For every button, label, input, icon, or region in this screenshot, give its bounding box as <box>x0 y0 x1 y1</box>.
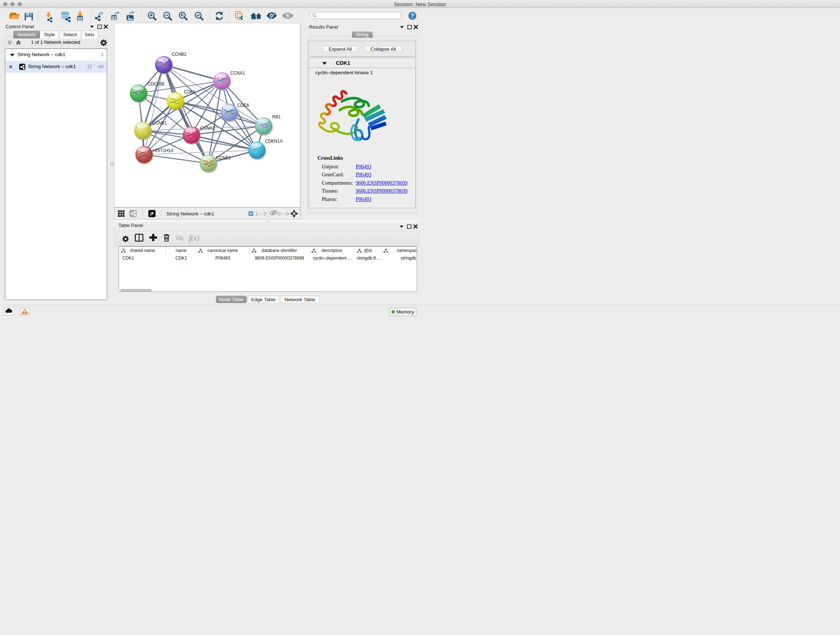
svg-text:CDKN1A: CDKN1A <box>265 139 283 144</box>
svg-text:0 – 0: 0 – 0 <box>278 211 289 217</box>
svg-text:String Network – cdk1: String Network – cdk1 <box>166 211 214 217</box>
svg-text:?: ? <box>411 13 414 19</box>
svg-text:CDC25B: CDC25B <box>147 81 164 87</box>
svg-text:HIST1H1A: HIST1H1A <box>153 148 173 153</box>
svg-text:CCNE1: CCNE1 <box>216 155 231 160</box>
svg-text:CCNB2: CCNB2 <box>172 52 186 57</box>
svg-text:CCNA1: CCNA1 <box>230 71 245 76</box>
svg-text:CCNB1: CCNB1 <box>152 120 167 126</box>
svg-text:RB1: RB1 <box>272 114 281 119</box>
svg-text:CDC6: CDC6 <box>237 103 249 108</box>
svg-text:1 – 0: 1 – 0 <box>256 211 266 217</box>
svg-text:f(x): f(x) <box>189 233 199 242</box>
svg-text:CDK1: CDK1 <box>184 89 195 95</box>
svg-text:CCNA2: CCNA2 <box>200 126 215 131</box>
